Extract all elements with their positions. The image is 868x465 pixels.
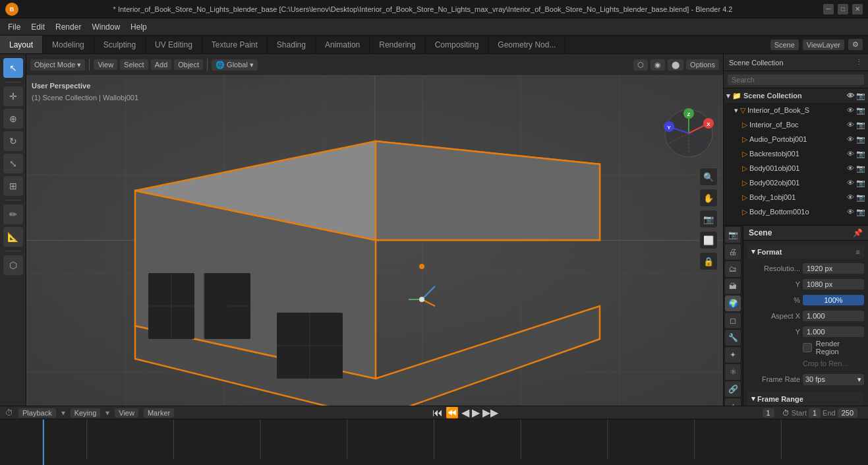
prop-tab-scene[interactable]: 🏔 <box>725 278 741 294</box>
resolution-pct-value[interactable]: 100% <box>803 295 864 305</box>
outliner-item-4[interactable]: ▷ Backrestobj001 👁 📷 <box>724 146 868 161</box>
scene-selector[interactable]: Scene <box>770 40 799 50</box>
menu-edit[interactable]: Edit <box>26 21 50 33</box>
visibility-icon-4[interactable]: 👁 <box>847 150 854 158</box>
tool-move[interactable]: ⊕ <box>3 109 23 129</box>
tab-texture-paint[interactable]: Texture Paint <box>202 36 268 53</box>
prop-tab-modifier[interactable]: 🔧 <box>725 330 741 346</box>
close-button[interactable]: ✕ <box>852 4 863 15</box>
viewport-mode-selector[interactable]: Object Mode ▾ <box>30 59 85 71</box>
render-icon-3[interactable]: 📷 <box>856 135 865 144</box>
tab-compositing[interactable]: Compositing <box>426 36 489 53</box>
visibility-icon-2[interactable]: 👁 <box>847 121 854 129</box>
prop-tab-particles[interactable]: ✦ <box>725 347 741 363</box>
visibility-icon-1[interactable]: 👁 <box>847 106 854 114</box>
prop-tab-data[interactable]: △ <box>725 398 741 406</box>
pan-btn[interactable]: ✋ <box>699 189 718 207</box>
tool-measure[interactable]: 📐 <box>3 227 23 247</box>
render-icon-8[interactable]: 📷 <box>856 208 865 216</box>
outliner-options[interactable]: ⋮ <box>855 58 863 67</box>
viewport-view-menu[interactable]: View <box>94 59 117 70</box>
outliner-item-5[interactable]: ▷ Body001obj001 👁 📷 <box>724 161 868 175</box>
viewport-select-menu[interactable]: Select <box>120 59 148 70</box>
render-icon-5[interactable]: 📷 <box>856 164 865 173</box>
viewport-shading-solid[interactable]: ◉ <box>651 59 665 71</box>
tab-shading[interactable]: Shading <box>268 36 316 53</box>
outliner-item-scene-collection[interactable]: ▾ 📁 Scene Collection 👁 📷 <box>724 88 868 103</box>
menu-help[interactable]: Help <box>125 21 152 33</box>
tab-animation[interactable]: Animation <box>316 36 370 53</box>
navigation-gizmo[interactable]: X Z Y <box>662 107 715 160</box>
viewport-overlays[interactable]: ⬤ <box>668 59 683 71</box>
render-icon-0[interactable]: 📷 <box>856 92 865 100</box>
visibility-icon-7[interactable]: 👁 <box>847 193 854 201</box>
resolution-x-value[interactable]: 1920 px <box>803 263 864 274</box>
aspect-x-value[interactable]: 1.000 <box>803 311 864 321</box>
prop-tab-view-layer[interactable]: 🗂 <box>725 261 741 277</box>
tab-sculpting[interactable]: Sculpting <box>94 36 146 53</box>
render-icon-7[interactable]: 📷 <box>856 193 865 202</box>
render-icon-6[interactable]: 📷 <box>856 179 865 187</box>
minimize-button[interactable]: ─ <box>823 4 834 15</box>
viewport-add-menu[interactable]: Add <box>151 59 172 70</box>
scene-viewport[interactable]: User Perspective (1) Scene Collection | … <box>26 75 723 406</box>
tool-add[interactable]: ⬡ <box>3 255 23 275</box>
viewport-shading-wire[interactable]: ⬡ <box>633 59 648 71</box>
outliner-item-2[interactable]: ▷ Interior_of_Boc 👁 📷 <box>724 117 868 132</box>
render-region-check[interactable] <box>803 343 812 352</box>
format-options-icon[interactable]: ≡ <box>856 248 860 256</box>
tab-rendering[interactable]: Rendering <box>370 36 425 53</box>
prev-keyframe-btn[interactable]: ⏪ <box>446 406 459 419</box>
menu-render[interactable]: Render <box>50 21 86 33</box>
visibility-icon-6[interactable]: 👁 <box>847 179 854 187</box>
outliner-item-7[interactable]: ▷ Body_1obj001 👁 📷 <box>724 190 868 204</box>
timeline-body[interactable]: 1 20 40 60 80 100 120 140 160 180 30 fps <box>0 419 868 465</box>
jump-start-btn[interactable]: ⏮ <box>432 407 443 419</box>
outliner-item-6[interactable]: ▷ Body002obj001 👁 📷 <box>724 175 868 190</box>
outliner-search-input[interactable] <box>728 75 864 85</box>
frame-range-header[interactable]: ▾ Frame Range <box>747 392 864 406</box>
render-region-checkbox[interactable]: Render Region <box>803 340 864 356</box>
tab-layout[interactable]: Layout <box>0 36 43 53</box>
tab-geometry-nodes[interactable]: Geometry Nod... <box>488 36 565 53</box>
tool-transform[interactable]: ⊞ <box>3 176 23 196</box>
visibility-icon-8[interactable]: 👁 <box>847 208 854 216</box>
outliner-item-interior[interactable]: ▾ ▽ Interior_of_Book_S 👁 📷 <box>724 103 868 117</box>
viewport-object-menu[interactable]: Object <box>174 59 203 70</box>
visibility-icon-5[interactable]: 👁 <box>847 164 854 172</box>
lock-btn[interactable]: 🔒 <box>699 252 718 270</box>
render-icon-4[interactable]: 📷 <box>856 150 865 158</box>
tool-annotate[interactable]: ✏ <box>3 204 23 224</box>
camera-btn[interactable]: 📷 <box>699 210 718 228</box>
maximize-button[interactable]: □ <box>838 4 848 15</box>
tool-scale[interactable]: ⤡ <box>3 154 23 173</box>
viewport-options[interactable]: Options <box>686 59 719 70</box>
prop-tab-physics[interactable]: ⚛ <box>725 364 741 380</box>
resolution-y-value[interactable]: 1080 px <box>803 279 864 290</box>
prop-tab-render[interactable]: 📷 <box>725 227 741 243</box>
visibility-icon-3[interactable]: 👁 <box>847 135 854 143</box>
frame-rate-select[interactable]: 30 fps ▾ <box>803 374 864 385</box>
engine-selector[interactable]: ⚙ <box>848 39 863 50</box>
transform-orientation[interactable]: 🌐 Global ▾ <box>212 59 258 71</box>
viewlayer-selector[interactable]: ViewLayer <box>803 40 844 50</box>
outliner-item-3[interactable]: ▷ Audio_Portobj001 👁 📷 <box>724 132 868 146</box>
pin-icon[interactable]: 📌 <box>853 228 863 237</box>
aspect-y-value[interactable]: 1.000 <box>803 326 864 337</box>
visibility-icon-0[interactable]: 👁 <box>847 92 854 100</box>
step-back-btn[interactable]: ◀ <box>461 406 469 419</box>
play-btn[interactable]: ▶ <box>472 406 480 419</box>
outliner-item-8[interactable]: ▷ Body_Bottom001o 👁 📷 <box>724 204 868 219</box>
tool-select[interactable]: ↖ <box>3 58 23 78</box>
prop-tab-output[interactable]: 🖨 <box>725 244 741 260</box>
render-icon-2[interactable]: 📷 <box>856 121 865 129</box>
menu-file[interactable]: File <box>3 21 26 33</box>
step-fwd-btn[interactable]: ▶▶ <box>482 406 498 419</box>
format-section-header[interactable]: ▾ Format ≡ <box>747 245 864 259</box>
prop-tab-object[interactable]: ◻ <box>725 313 741 328</box>
render-icon-1[interactable]: 📷 <box>856 106 865 115</box>
tool-rotate[interactable]: ↻ <box>3 131 23 151</box>
timeline-view-menu[interactable]: View <box>115 408 138 418</box>
prop-tab-constraints[interactable]: 🔗 <box>725 381 741 397</box>
grid-btn[interactable]: ⬜ <box>699 231 718 249</box>
